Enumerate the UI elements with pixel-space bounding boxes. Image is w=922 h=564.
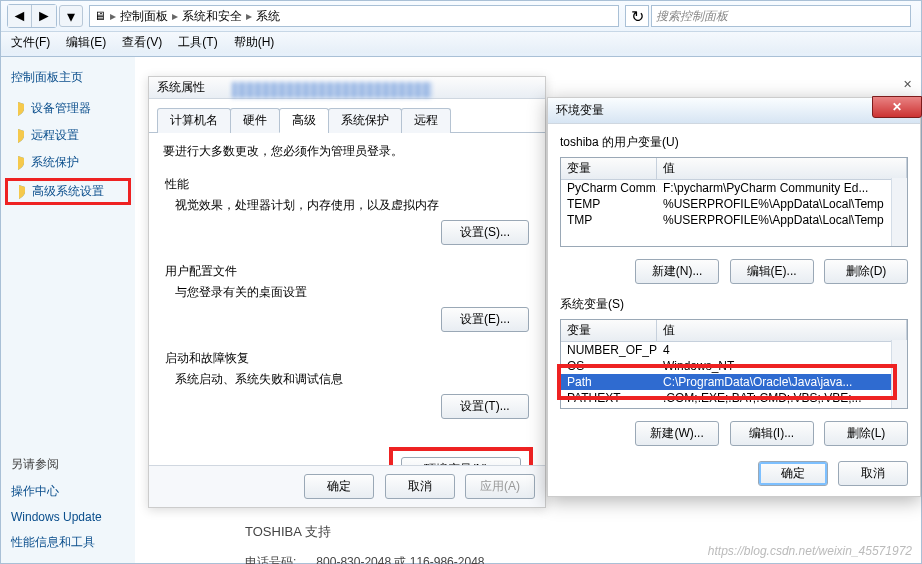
menu-file[interactable]: 文件(F) [11, 34, 50, 51]
col-val[interactable]: 值 [657, 158, 907, 179]
sidebar-action-center[interactable]: 操作中心 [11, 483, 125, 500]
sidebar-device-manager[interactable]: 设备管理器 [11, 100, 125, 117]
env-cancel-button[interactable]: 取消 [838, 461, 908, 486]
col-val[interactable]: 值 [657, 320, 907, 341]
var-value: 4 [657, 342, 907, 358]
phone-value: 800-830-2048 或 116-986-2048 [316, 555, 484, 564]
startup-settings-button[interactable]: 设置(T)... [441, 394, 529, 419]
var-value: C:\ProgramData\Oracle\Java\java... [657, 374, 907, 390]
env-ok-button[interactable]: 确定 [758, 461, 828, 486]
var-name: PATHEXT [561, 390, 657, 406]
sys-edit-button[interactable]: 编辑(I)... [730, 421, 814, 446]
sidebar-item-label: 高级系统设置 [32, 183, 104, 200]
back-button[interactable]: ◄ [8, 5, 32, 27]
table-row[interactable]: OSWindows_NT [561, 358, 907, 374]
sidebar-remote[interactable]: 远程设置 [11, 127, 125, 144]
explorer-topbar: ◄ ► ▾ 🖥 ▸ 控制面板 ▸ 系统和安全 ▸ 系统 ↻ 搜索控制面板 文件(… [0, 0, 922, 57]
var-name: PyCharm Comm... [561, 180, 657, 196]
close-button[interactable]: ✕ [872, 96, 922, 118]
menu-view[interactable]: 查看(V) [122, 34, 162, 51]
shield-icon [11, 156, 25, 170]
perf-settings-button[interactable]: 设置(S)... [441, 220, 529, 245]
refresh-button[interactable]: ↻ [625, 5, 649, 27]
shield-icon [11, 102, 25, 116]
tab-hardware[interactable]: 硬件 [230, 108, 280, 133]
forward-button[interactable]: ► [32, 5, 56, 27]
sidebar-protection[interactable]: 系统保护 [11, 154, 125, 171]
phone-label: 电话号码: [245, 555, 296, 564]
user-edit-button[interactable]: 编辑(E)... [730, 259, 814, 284]
cancel-button[interactable]: 取消 [385, 474, 455, 499]
perf-desc: 视觉效果，处理器计划，内存使用，以及虚拟内存 [165, 197, 529, 214]
profile-desc: 与您登录有关的桌面设置 [165, 284, 529, 301]
sidebar-windows-update[interactable]: Windows Update [11, 510, 125, 524]
sidebar-home[interactable]: 控制面板主页 [11, 69, 125, 86]
tab-advanced[interactable]: 高级 [279, 108, 329, 133]
profile-title: 用户配置文件 [165, 263, 529, 280]
perf-title: 性能 [165, 176, 529, 193]
menu-tools[interactable]: 工具(T) [178, 34, 217, 51]
env-vars-dialog: 环境变量 ✕ toshiba 的用户变量(U) 变量 值 PyCharm Com… [547, 97, 921, 497]
table-row[interactable]: PyCharm Comm...F:\pycharm\PyCharm Commun… [561, 180, 907, 196]
close-icon: ✕ [892, 100, 902, 114]
tab-remote[interactable]: 远程 [401, 108, 451, 133]
table-row[interactable]: TEMP%USERPROFILE%\AppData\Local\Temp [561, 196, 907, 212]
shield-icon [12, 185, 26, 199]
env-dialog-title: 环境变量 [556, 102, 604, 119]
sidebar-perf-info[interactable]: 性能信息和工具 [11, 534, 125, 551]
scrollbar[interactable] [891, 178, 907, 246]
table-row[interactable]: TMP%USERPROFILE%\AppData\Local\Temp [561, 212, 907, 228]
var-value: %USERPROFILE%\AppData\Local\Temp [657, 196, 907, 212]
tab-protection[interactable]: 系统保护 [328, 108, 402, 133]
menu-help[interactable]: 帮助(H) [234, 34, 275, 51]
sidebar-item-label: 系统保护 [31, 154, 79, 171]
search-input[interactable]: 搜索控制面板 [651, 5, 911, 27]
table-row[interactable]: PATHEXT.COM;.EXE;.BAT;.CMD;.VBS;.VBE;... [561, 390, 907, 406]
phone-row: 电话号码: 800-830-2048 或 116-986-2048 [245, 554, 485, 564]
history-dropdown[interactable]: ▾ [59, 5, 83, 27]
menubar: 文件(F) 编辑(E) 查看(V) 工具(T) 帮助(H) [1, 31, 921, 53]
system-properties-dialog: 系统属性 计算机名 硬件 高级 系统保护 远程 要进行大多数更改，您必须作为管理… [148, 76, 546, 508]
user-delete-button[interactable]: 删除(D) [824, 259, 908, 284]
table-row[interactable]: NUMBER_OF_PR...4 [561, 342, 907, 358]
var-value: %USERPROFILE%\AppData\Local\Temp [657, 212, 907, 228]
user-new-button[interactable]: 新建(N)... [635, 259, 719, 284]
sys-new-button[interactable]: 新建(W)... [635, 421, 719, 446]
ok-button[interactable]: 确定 [304, 474, 374, 499]
sys-vars-label: 系统变量(S) [560, 296, 908, 313]
var-name: TEMP [561, 196, 657, 212]
menu-edit[interactable]: 编辑(E) [66, 34, 106, 51]
profile-settings-button[interactable]: 设置(E)... [441, 307, 529, 332]
sidebar-item-label: 远程设置 [31, 127, 79, 144]
startup-group: 启动和故障恢复 系统启动、系统失败和调试信息 设置(T)... [163, 344, 531, 427]
var-value: F:\pycharm\PyCharm Community Ed... [657, 180, 907, 196]
support-title: TOSHIBA 支持 [245, 523, 331, 541]
crumb-control-panel[interactable]: 控制面板 [120, 8, 168, 25]
sidebar-item-label: 设备管理器 [31, 100, 91, 117]
computer-icon: 🖥 [94, 9, 106, 23]
col-var[interactable]: 变量 [561, 158, 657, 179]
col-var[interactable]: 变量 [561, 320, 657, 341]
var-value: .COM;.EXE;.BAT;.CMD;.VBS;.VBE;... [657, 390, 907, 406]
var-name: Path [561, 374, 657, 390]
user-vars-label: toshiba 的用户变量(U) [560, 134, 908, 151]
nav-back-forward: ◄ ► [7, 4, 57, 28]
sys-close-icon[interactable]: ✕ [903, 78, 912, 91]
crumb-system-security[interactable]: 系统和安全 [182, 8, 242, 25]
dialog-footer: 确定 取消 应用(A) [149, 465, 545, 507]
var-value: Windows_NT [657, 358, 907, 374]
scrollbar[interactable] [891, 340, 907, 408]
tab-body: 要进行大多数更改，您必须作为管理员登录。 性能 视觉效果，处理器计划，内存使用，… [149, 133, 545, 437]
apply-button[interactable]: 应用(A) [465, 474, 535, 499]
sys-delete-button[interactable]: 删除(L) [824, 421, 908, 446]
table-row[interactable]: PathC:\ProgramData\Oracle\Java\java... [561, 374, 907, 390]
breadcrumb[interactable]: 🖥 ▸ 控制面板 ▸ 系统和安全 ▸ 系统 [89, 5, 619, 27]
shield-icon [11, 129, 25, 143]
tabstrip: 计算机名 硬件 高级 系统保护 远程 [149, 99, 545, 133]
sys-vars-list[interactable]: 变量 值 NUMBER_OF_PR...4OSWindows_NTPathC:\… [560, 319, 908, 409]
user-vars-list[interactable]: 变量 值 PyCharm Comm...F:\pycharm\PyCharm C… [560, 157, 908, 247]
sidebar-advanced[interactable]: 高级系统设置 [5, 178, 131, 205]
var-name: NUMBER_OF_PR... [561, 342, 657, 358]
tab-computer-name[interactable]: 计算机名 [157, 108, 231, 133]
crumb-system[interactable]: 系统 [256, 8, 280, 25]
